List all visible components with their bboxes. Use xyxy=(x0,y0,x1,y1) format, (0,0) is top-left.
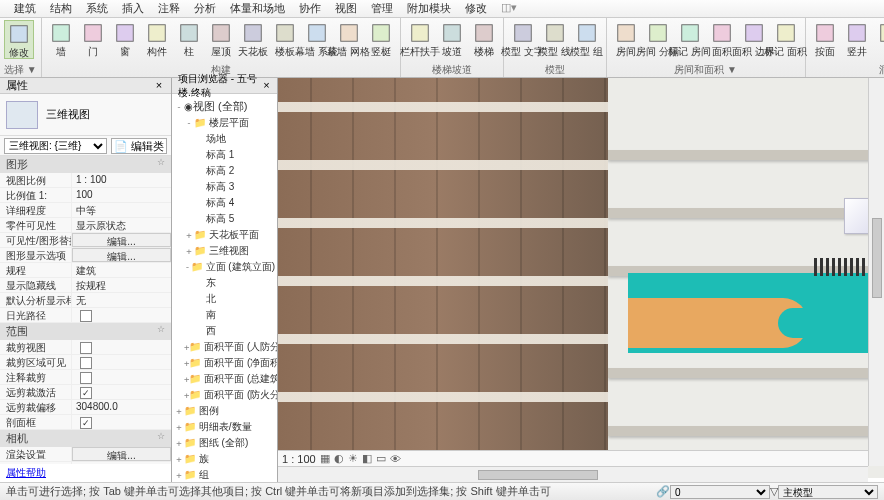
ramp-button[interactable]: 坡道 xyxy=(437,20,467,57)
prop-checkbox[interactable] xyxy=(80,342,92,354)
menu-annot[interactable]: 注释 xyxy=(152,0,186,17)
model-group-button[interactable]: 模型 组 xyxy=(572,20,602,57)
menu-view[interactable]: 视图 xyxy=(329,0,363,17)
tree-node[interactable]: +📁 族 xyxy=(172,451,277,467)
prop-value[interactable]: 无 xyxy=(72,293,171,307)
prop-row[interactable]: 视图比例1 : 100 xyxy=(0,173,171,188)
prop-row[interactable]: 裁剪视图 xyxy=(0,340,171,355)
prop-row[interactable]: 渲染设置编辑... xyxy=(0,447,171,462)
prop-row[interactable]: 裁剪区域可见 xyxy=(0,355,171,370)
design-option-select[interactable]: 主模型 xyxy=(778,485,878,499)
prop-row[interactable]: 比例值 1:100 xyxy=(0,188,171,203)
visual-style-icon[interactable]: ◐ xyxy=(334,452,344,465)
prop-row[interactable]: 默认分析显示样式无 xyxy=(0,293,171,308)
menu-more-icon[interactable]: ◫▾ xyxy=(495,0,523,17)
tag-room-button[interactable]: 标记 房间 xyxy=(675,20,705,57)
tree-node[interactable]: 北 xyxy=(172,291,277,307)
type-selector[interactable]: 三维视图 xyxy=(0,94,171,136)
menu-sys[interactable]: 系统 xyxy=(80,0,114,17)
tree-node[interactable]: +📁 组 xyxy=(172,467,277,482)
prop-value[interactable]: 按规程 xyxy=(72,278,171,292)
shadows-icon[interactable]: ◧ xyxy=(362,452,372,465)
model-text-button[interactable]: 模型 文字 xyxy=(508,20,538,57)
prop-value[interactable]: 显示原状态 xyxy=(72,218,171,232)
wall-button[interactable]: 墙 xyxy=(46,20,76,57)
edit-type-button[interactable]: 📄 编辑类型 xyxy=(111,138,167,154)
reveal-icon[interactable]: 👁 xyxy=(390,453,401,465)
tree-node[interactable]: 标高 2 xyxy=(172,163,277,179)
menu-collab[interactable]: 协作 xyxy=(293,0,327,17)
railing-button[interactable]: 栏杆扶手 xyxy=(405,20,435,57)
tree-node[interactable]: +📁 天花板平面 xyxy=(172,227,277,243)
window-button[interactable]: 窗 xyxy=(110,20,140,57)
tree-node[interactable]: +📁 面积平面 (防火分区面积) xyxy=(172,387,277,403)
menu-struct[interactable]: 结构 xyxy=(44,0,78,17)
view-scale[interactable]: 1 : 100 xyxy=(282,453,316,465)
prop-row[interactable]: 显示隐藏线按规程 xyxy=(0,278,171,293)
sun-path-icon[interactable]: ☀ xyxy=(348,452,358,465)
menu-modify[interactable]: 修改 xyxy=(459,0,493,17)
prop-row[interactable]: 图形显示选项编辑... xyxy=(0,248,171,263)
prop-value[interactable]: 建筑 xyxy=(72,263,171,277)
tree-node[interactable]: +📁 面积平面 (人防分区面积) xyxy=(172,339,277,355)
tree-node[interactable]: +📁 面积平面 (净面积) xyxy=(172,355,277,371)
prop-row[interactable]: 可见性/图形替换编辑... xyxy=(0,233,171,248)
tree-node[interactable]: 南 xyxy=(172,307,277,323)
properties-close-icon[interactable]: × xyxy=(153,80,165,92)
prop-edit-button[interactable]: 编辑... xyxy=(72,447,171,461)
tree-node[interactable]: 标高 5 xyxy=(172,211,277,227)
tree-node[interactable]: +📁 面积平面 (总建筑面积) xyxy=(172,371,277,387)
properties-help-link[interactable]: 属性帮助 xyxy=(0,464,171,482)
prop-row[interactable]: 远剪裁激活 xyxy=(0,385,171,400)
h-scroll-thumb[interactable] xyxy=(478,470,598,480)
prop-category[interactable]: 图形☆ xyxy=(0,156,171,173)
filter-icon[interactable]: ▽ xyxy=(770,485,778,498)
v-scrollbar[interactable] xyxy=(868,78,884,466)
prop-row[interactable]: 注释裁剪 xyxy=(0,370,171,385)
prop-edit-button[interactable]: 编辑... xyxy=(72,233,171,247)
modify-button[interactable]: 修改 xyxy=(4,20,34,59)
wall-open-button[interactable]: 墙 xyxy=(874,20,884,57)
h-scrollbar[interactable] xyxy=(278,466,868,482)
tree-node[interactable]: +📁 三维视图 xyxy=(172,243,277,259)
tree-node[interactable]: 东 xyxy=(172,275,277,291)
stair-button[interactable]: 楼梯 xyxy=(469,20,499,57)
tree-node[interactable]: +📁 明细表/数量 xyxy=(172,419,277,435)
tree-node[interactable]: +📁 图纸 (全部) xyxy=(172,435,277,451)
curtain-grid-button[interactable]: 幕墙 网格 xyxy=(334,20,364,57)
shaft-button[interactable]: 竖井 xyxy=(842,20,872,57)
roof-button[interactable]: 屋顶 xyxy=(206,20,236,57)
tree-node[interactable]: 西 xyxy=(172,323,277,339)
tree-root[interactable]: -◉ 视图 (全部) xyxy=(172,98,277,115)
prop-value[interactable]: 100 xyxy=(72,188,171,202)
crop-icon[interactable]: ▭ xyxy=(376,452,386,465)
tree-node[interactable]: 标高 4 xyxy=(172,195,277,211)
menu-manage[interactable]: 管理 xyxy=(365,0,399,17)
tree-node[interactable]: 标高 3 xyxy=(172,179,277,195)
prop-checkbox[interactable] xyxy=(80,387,92,399)
ceiling-button[interactable]: 天花板 xyxy=(238,20,268,57)
column-button[interactable]: 柱 xyxy=(174,20,204,57)
workset-icon[interactable]: 🔗 xyxy=(656,485,670,498)
tree-node[interactable]: +📁 图例 xyxy=(172,403,277,419)
browser-close-icon[interactable]: × xyxy=(262,80,271,92)
prop-row[interactable]: 日光路径 xyxy=(0,308,171,323)
tree-node[interactable]: -📁 楼层平面 xyxy=(172,115,277,131)
workset-select[interactable]: 0 xyxy=(670,485,770,499)
tree-node[interactable]: -📁 立面 (建筑立面) xyxy=(172,259,277,275)
prop-row[interactable]: 详细程度中等 xyxy=(0,203,171,218)
prop-value[interactable]: 中等 xyxy=(72,203,171,217)
model-line-button[interactable]: 模型 线 xyxy=(540,20,570,57)
menu-analysis[interactable]: 分析 xyxy=(188,0,222,17)
prop-category[interactable]: 范围☆ xyxy=(0,323,171,340)
door-button[interactable]: 门 xyxy=(78,20,108,57)
prop-edit-button[interactable]: 编辑... xyxy=(72,248,171,262)
detail-level-icon[interactable]: ▦ xyxy=(320,452,330,465)
prop-row[interactable]: 规程建筑 xyxy=(0,263,171,278)
component-button[interactable]: 构件 xyxy=(142,20,172,57)
menu-mass[interactable]: 体量和场地 xyxy=(224,0,291,17)
menu-arch[interactable]: 建筑 xyxy=(8,0,42,17)
menu-addin[interactable]: 附加模块 xyxy=(401,0,457,17)
prop-category[interactable]: 相机☆ xyxy=(0,430,171,447)
v-scroll-thumb[interactable] xyxy=(872,218,882,298)
